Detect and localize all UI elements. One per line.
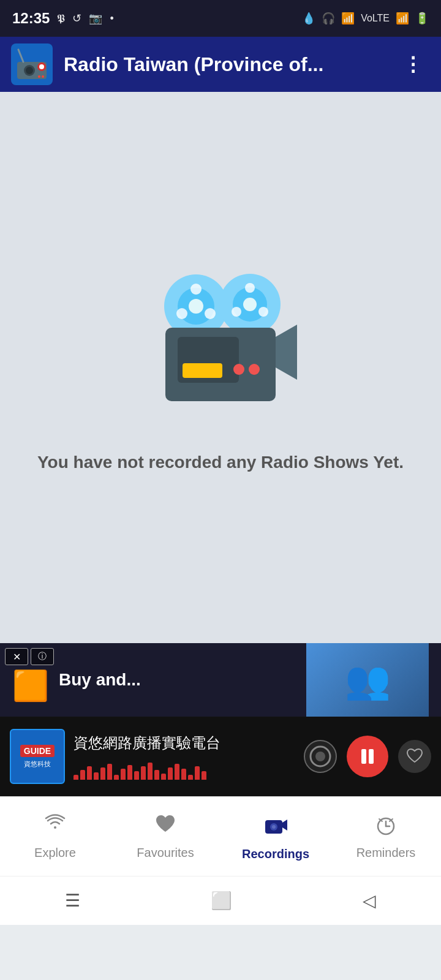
- wave-bar: [175, 764, 179, 780]
- reminders-icon: [374, 813, 398, 841]
- reminders-label: Reminders: [356, 846, 416, 860]
- svg-rect-27: [361, 749, 366, 764]
- pinterest-icon: 𝕻: [57, 12, 65, 25]
- nav-item-reminders[interactable]: Reminders: [331, 808, 441, 865]
- nav-item-recordings[interactable]: Recordings: [221, 807, 331, 866]
- wave-bar: [161, 774, 166, 780]
- more-options-button[interactable]: ⋮: [397, 47, 430, 82]
- wave-bar: [202, 771, 206, 780]
- bottom-navigation: Explore Favourites Recordings: [0, 796, 441, 876]
- svg-point-6: [38, 75, 40, 78]
- wave-bar: [80, 770, 85, 780]
- explore-icon: [43, 813, 67, 841]
- status-left: 12:35 𝕻 ↺ 📷 •: [12, 10, 114, 27]
- app-bar: Radio Taiwan (Province of... ⋮: [0, 37, 441, 92]
- playback-controls: [304, 736, 431, 777]
- explore-label: Explore: [34, 846, 76, 860]
- record-button[interactable]: [304, 740, 337, 773]
- nav-item-favourites[interactable]: Favourites: [110, 808, 221, 865]
- status-bar: 12:35 𝕻 ↺ 📷 • 💧 🎧 📶 VoLTE 📶 🔋: [0, 0, 441, 37]
- nav-item-explore[interactable]: Explore: [0, 808, 110, 865]
- now-playing-bar: GUIDE 資悠科技 資悠網路廣播實驗電台: [0, 717, 441, 796]
- svg-point-23: [233, 364, 244, 375]
- audio-waveform: [74, 763, 295, 780]
- app-title: Radio Taiwan (Province of...: [64, 53, 386, 76]
- svg-line-1: [18, 50, 23, 62]
- ad-text: Buy and...: [59, 670, 306, 690]
- camera-nav-icon: [263, 812, 288, 837]
- wave-bar: [134, 771, 139, 780]
- svg-point-5: [39, 64, 44, 69]
- notification-icon: •: [110, 12, 113, 25]
- station-logo-bottom: 資悠科技: [24, 760, 51, 769]
- camera-icon-svg: [141, 260, 300, 420]
- wave-bar: [148, 763, 153, 780]
- instagram-icon: 📷: [89, 12, 102, 25]
- svg-point-7: [42, 75, 44, 78]
- svg-point-29: [54, 826, 56, 829]
- recordings-label: Recordings: [242, 847, 309, 861]
- main-content: You have not recorded any Radio Shows Ye…: [0, 92, 441, 643]
- svg-point-13: [176, 308, 187, 319]
- station-name: 資悠網路廣播實驗電台: [74, 733, 295, 753]
- wifi-icon: 📶: [341, 12, 355, 25]
- ad-image: 👥: [306, 643, 429, 717]
- pause-button[interactable]: [347, 736, 388, 777]
- battery-icon: 🔋: [415, 12, 429, 25]
- wave-bar: [141, 766, 146, 780]
- radio-logo-svg: [12, 45, 51, 84]
- system-home-button[interactable]: ⬜: [192, 884, 251, 917]
- ad-banner: ✕ ⓘ 🟧 Buy and... 👥: [0, 643, 441, 717]
- alarm-nav-icon: [374, 813, 398, 836]
- svg-point-10: [189, 299, 203, 314]
- signal-icon: 📶: [396, 12, 409, 25]
- status-time: 12:35: [12, 10, 50, 27]
- favourites-icon: [154, 813, 177, 841]
- svg-rect-28: [369, 749, 374, 764]
- lte-icon: VoLTE: [361, 13, 390, 24]
- svg-point-24: [249, 364, 260, 375]
- svg-rect-22: [183, 363, 222, 378]
- station-logo: GUIDE 資悠科技: [10, 729, 65, 784]
- svg-point-26: [315, 752, 325, 761]
- status-right: 💧 🎧 📶 VoLTE 📶 🔋: [302, 12, 429, 25]
- ad-people-icon: 👥: [345, 658, 391, 702]
- empty-state-illustration: [141, 260, 300, 420]
- favourites-label: Favourites: [137, 846, 194, 860]
- system-back-button[interactable]: ◁: [344, 884, 394, 917]
- recordings-icon: [263, 812, 288, 842]
- wave-bar: [168, 767, 173, 780]
- heart-nav-icon: [154, 813, 177, 836]
- svg-point-11: [190, 284, 202, 295]
- station-logo-top: GUIDE: [20, 745, 55, 757]
- wave-bar: [188, 775, 193, 780]
- wave-bar: [181, 769, 186, 780]
- wave-bar: [121, 769, 126, 780]
- wave-bar: [100, 767, 105, 780]
- explore-radio-icon: [43, 813, 67, 836]
- favourite-button[interactable]: [398, 740, 431, 773]
- svg-point-18: [258, 307, 268, 317]
- heart-icon: [404, 746, 425, 767]
- ad-icon: 🟧: [12, 669, 49, 703]
- ad-info-button[interactable]: ⓘ: [31, 648, 54, 665]
- pause-icon: [356, 745, 379, 767]
- svg-point-19: [232, 307, 241, 317]
- system-navigation: ☰ ⬜ ◁: [0, 876, 441, 925]
- svg-point-16: [243, 298, 257, 311]
- wave-bar: [127, 765, 132, 780]
- svg-point-3: [26, 67, 33, 74]
- wave-bar: [74, 775, 78, 780]
- station-info: 資悠網路廣播實驗電台: [74, 733, 295, 780]
- app-logo: [11, 43, 53, 85]
- wave-bar: [195, 766, 200, 780]
- ad-close-button[interactable]: ✕: [5, 648, 28, 665]
- wave-bar: [154, 770, 159, 780]
- wave-bar: [87, 766, 92, 780]
- system-menu-button[interactable]: ☰: [47, 884, 99, 917]
- droplet-icon: 💧: [302, 12, 315, 25]
- wave-bar: [107, 764, 112, 780]
- svg-point-17: [245, 283, 255, 293]
- ad-close-area[interactable]: ✕ ⓘ: [5, 648, 54, 665]
- svg-point-32: [272, 825, 276, 829]
